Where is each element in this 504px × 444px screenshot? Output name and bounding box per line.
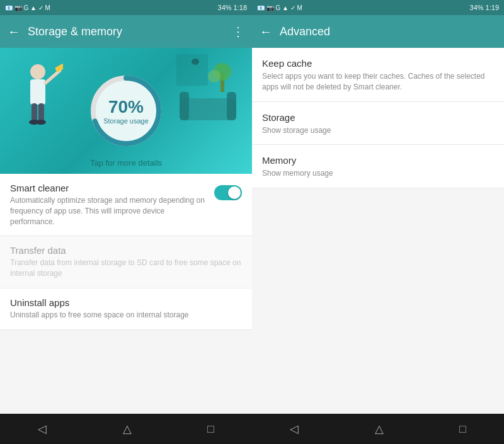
uninstall-apps-item[interactable]: Uninstall apps Uninstall apps to free so… [0,288,252,330]
home-nav-right[interactable]: △ [375,422,384,436]
uninstall-apps-desc: Uninstall apps to free some space on int… [10,310,242,321]
tap-hint-text[interactable]: Tap for more details [90,158,162,168]
storage-title: Storage [262,112,494,123]
status-bar-right: 📧 📷 G ▲ ✓ M 34% 1:19 [252,0,504,15]
svg-rect-4 [32,103,37,122]
top-bar-right: ← Advanced [252,15,504,48]
svg-rect-5 [38,103,44,122]
smart-cleaner-item[interactable]: Smart cleaner Automatically optimize sto… [0,174,252,236]
svg-line-2 [45,71,60,83]
status-bar-left: 📧 📷 G ▲ ✓ M 34% 1:18 [0,0,252,15]
keep-cache-desc: Select apps you want to keep their cache… [262,71,494,93]
status-icons-right-left: 📧 📷 G ▲ ✓ M [257,4,302,11]
storage-desc: Show storage usage [262,125,494,136]
svg-rect-1 [30,79,45,105]
page-title-right: Advanced [280,25,496,38]
more-options-button[interactable]: ⋮ [232,24,244,39]
svg-rect-17 [176,54,208,86]
keep-cache-item[interactable]: Keep cache Select apps you want to keep … [252,48,504,102]
memory-title: Memory [262,155,494,166]
status-icons-right: 34% 1:18 [218,4,247,11]
smart-cleaner-toggle[interactable] [214,185,242,200]
svg-rect-13 [227,92,236,120]
storage-item[interactable]: Storage Show storage usage [252,102,504,145]
settings-list-left: Smart cleaner Automatically optimize sto… [0,174,252,414]
smart-cleaner-desc: Automatically optimize storage and memor… [10,195,208,227]
transfer-data-item: Transfer data Transfer data from interna… [0,236,252,288]
memory-item[interactable]: Memory Show memory usage [252,145,504,188]
back-nav-left[interactable]: ◁ [38,422,47,436]
svg-rect-3 [55,64,63,72]
status-time-right: 34% 1:19 [470,4,499,11]
notification-icons: 📧 📷 G ▲ ✓ M [5,4,50,11]
svg-point-0 [30,64,45,79]
smart-cleaner-title: Smart cleaner [10,183,208,193]
battery-signal-time: 34% 1:18 [218,4,247,11]
svg-point-7 [36,120,46,125]
storage-circle: 70% Storage usage [88,73,164,149]
right-panel: 📧 📷 G ▲ ✓ M 34% 1:19 ← Advanced Keep cac… [252,0,504,444]
transfer-data-title: Transfer data [10,245,242,256]
recent-nav-right[interactable]: □ [459,423,466,436]
page-title-left: Storage & memory [28,25,224,38]
notification-icons-right: 📧 📷 G ▲ ✓ M [257,4,302,11]
settings-list-right: Keep cache Select apps you want to keep … [252,48,504,414]
bottom-nav-right: ◁ △ □ [252,414,504,444]
svg-point-18 [192,59,199,65]
storage-label: Storage usage [103,117,149,125]
home-nav-left[interactable]: △ [123,422,132,436]
hero-area[interactable]: 70% Storage usage Tap for more details [0,48,252,174]
svg-point-16 [208,70,220,83]
room-illustration [176,54,239,139]
back-button-right[interactable]: ← [260,25,272,39]
transfer-data-desc: Transfer data from internal storage to S… [10,258,242,279]
memory-desc: Show memory usage [262,168,494,179]
status-icons-left: 📧 📷 G ▲ ✓ M [5,4,50,11]
storage-percent-value: 70% [103,97,149,117]
recent-nav-left[interactable]: □ [207,423,214,436]
keep-cache-title: Keep cache [262,58,494,69]
back-button-left[interactable]: ← [8,25,20,39]
left-panel: 📧 📷 G ▲ ✓ M 34% 1:18 ← Storage & memory … [0,0,252,444]
storage-percentage-text: 70% Storage usage [103,97,149,125]
svg-rect-12 [180,92,189,120]
bottom-nav-left: ◁ △ □ [0,414,252,444]
person-illustration [13,58,63,155]
top-bar-left: ← Storage & memory ⋮ [0,15,252,48]
uninstall-apps-title: Uninstall apps [10,297,242,308]
back-nav-right[interactable]: ◁ [290,422,299,436]
smart-cleaner-text: Smart cleaner Automatically optimize sto… [10,183,214,227]
battery-time-right: 34% 1:19 [470,4,499,11]
